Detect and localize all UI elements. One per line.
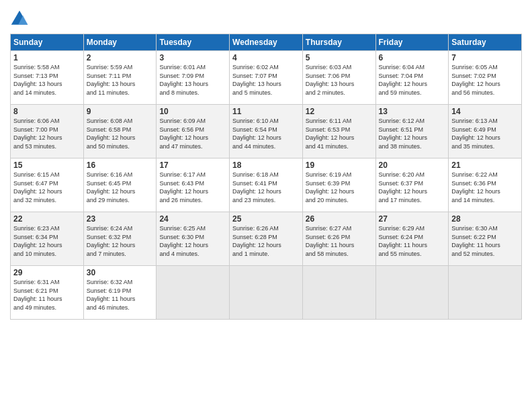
day-info: Sunrise: 6:06 AM Sunset: 7:00 PM Dayligh… [13, 117, 81, 150]
day-cell [375, 266, 449, 320]
day-cell: 6Sunrise: 6:04 AM Sunset: 7:04 PM Daylig… [375, 51, 449, 105]
day-cell: 11Sunrise: 6:10 AM Sunset: 6:54 PM Dayli… [230, 105, 303, 158]
day-info: Sunrise: 6:18 AM Sunset: 6:41 PM Dayligh… [232, 171, 300, 204]
day-number: 17 [159, 161, 226, 170]
day-number: 3 [159, 53, 226, 62]
header-cell-thursday: Thursday [302, 34, 375, 51]
day-info: Sunrise: 6:02 AM Sunset: 7:07 PM Dayligh… [232, 63, 300, 97]
day-info: Sunrise: 6:04 AM Sunset: 7:04 PM Dayligh… [379, 63, 446, 97]
day-number: 28 [451, 214, 519, 224]
day-info: Sunrise: 6:01 AM Sunset: 7:09 PM Dayligh… [159, 63, 226, 97]
day-cell: 2Sunrise: 5:59 AM Sunset: 7:11 PM Daylig… [83, 51, 157, 105]
day-info: Sunrise: 6:31 AM Sunset: 6:21 PM Dayligh… [13, 278, 81, 312]
day-number: 2 [87, 53, 154, 62]
day-cell: 23Sunrise: 6:24 AM Sunset: 6:32 PM Dayli… [83, 212, 157, 266]
day-cell: 4Sunrise: 6:02 AM Sunset: 7:07 PM Daylig… [230, 51, 303, 105]
header-cell-sunday: Sunday [11, 34, 84, 51]
day-cell: 9Sunrise: 6:08 AM Sunset: 6:58 PM Daylig… [83, 105, 157, 158]
day-number: 5 [306, 53, 373, 62]
day-cell: 22Sunrise: 6:23 AM Sunset: 6:34 PM Dayli… [11, 212, 84, 266]
day-number: 4 [232, 53, 300, 62]
day-info: Sunrise: 6:03 AM Sunset: 7:06 PM Dayligh… [306, 63, 373, 97]
day-number: 27 [379, 214, 446, 224]
day-cell: 1Sunrise: 5:58 AM Sunset: 7:13 PM Daylig… [11, 51, 84, 105]
page: SundayMondayTuesdayWednesdayThursdayFrid… [0, 0, 532, 411]
day-info: Sunrise: 5:59 AM Sunset: 7:11 PM Dayligh… [87, 63, 154, 97]
day-info: Sunrise: 6:24 AM Sunset: 6:32 PM Dayligh… [87, 224, 154, 258]
day-cell [302, 266, 375, 320]
day-info: Sunrise: 6:13 AM Sunset: 6:49 PM Dayligh… [451, 117, 519, 150]
calendar-table: SundayMondayTuesdayWednesdayThursdayFrid… [10, 34, 522, 320]
day-info: Sunrise: 5:58 AM Sunset: 7:13 PM Dayligh… [13, 63, 81, 97]
day-cell: 13Sunrise: 6:12 AM Sunset: 6:51 PM Dayli… [375, 105, 449, 158]
day-number: 20 [379, 161, 446, 170]
week-row-5: 29Sunrise: 6:31 AM Sunset: 6:21 PM Dayli… [11, 266, 522, 320]
day-cell: 26Sunrise: 6:27 AM Sunset: 6:26 PM Dayli… [302, 212, 375, 266]
week-row-3: 15Sunrise: 6:15 AM Sunset: 6:47 PM Dayli… [11, 158, 522, 212]
day-cell [230, 266, 303, 320]
day-info: Sunrise: 6:12 AM Sunset: 6:51 PM Dayligh… [379, 117, 446, 150]
day-number: 9 [87, 107, 154, 116]
day-info: Sunrise: 6:22 AM Sunset: 6:36 PM Dayligh… [451, 171, 519, 204]
day-info: Sunrise: 6:23 AM Sunset: 6:34 PM Dayligh… [13, 224, 81, 258]
day-number: 30 [87, 268, 154, 277]
day-number: 26 [306, 214, 373, 224]
day-info: Sunrise: 6:26 AM Sunset: 6:28 PM Dayligh… [232, 224, 300, 258]
day-number: 18 [232, 161, 300, 170]
day-cell: 18Sunrise: 6:18 AM Sunset: 6:41 PM Dayli… [230, 158, 303, 212]
logo-icon [10, 9, 29, 28]
day-number: 19 [306, 161, 373, 170]
day-cell [449, 266, 522, 320]
day-number: 25 [232, 214, 300, 224]
day-number: 14 [451, 107, 519, 116]
day-number: 29 [13, 268, 81, 277]
day-cell: 16Sunrise: 6:16 AM Sunset: 6:45 PM Dayli… [83, 158, 157, 212]
day-cell: 27Sunrise: 6:29 AM Sunset: 6:24 PM Dayli… [375, 212, 449, 266]
header-cell-monday: Monday [83, 34, 157, 51]
day-cell: 5Sunrise: 6:03 AM Sunset: 7:06 PM Daylig… [302, 51, 375, 105]
header-cell-tuesday: Tuesday [157, 34, 230, 51]
header-row: SundayMondayTuesdayWednesdayThursdayFrid… [11, 34, 522, 51]
header-cell-friday: Friday [375, 34, 449, 51]
day-number: 7 [451, 53, 519, 62]
day-info: Sunrise: 6:09 AM Sunset: 6:56 PM Dayligh… [159, 117, 226, 150]
day-info: Sunrise: 6:20 AM Sunset: 6:37 PM Dayligh… [379, 171, 446, 204]
day-info: Sunrise: 6:16 AM Sunset: 6:45 PM Dayligh… [87, 171, 154, 204]
day-number: 11 [232, 107, 300, 116]
week-row-4: 22Sunrise: 6:23 AM Sunset: 6:34 PM Dayli… [11, 212, 522, 266]
day-cell: 28Sunrise: 6:30 AM Sunset: 6:22 PM Dayli… [449, 212, 522, 266]
day-cell: 12Sunrise: 6:11 AM Sunset: 6:53 PM Dayli… [302, 105, 375, 158]
day-info: Sunrise: 6:17 AM Sunset: 6:43 PM Dayligh… [159, 171, 226, 204]
day-cell [157, 266, 230, 320]
week-row-1: 1Sunrise: 5:58 AM Sunset: 7:13 PM Daylig… [11, 51, 522, 105]
day-number: 6 [379, 53, 446, 62]
day-number: 21 [451, 161, 519, 170]
day-cell: 3Sunrise: 6:01 AM Sunset: 7:09 PM Daylig… [157, 51, 230, 105]
day-cell: 8Sunrise: 6:06 AM Sunset: 7:00 PM Daylig… [11, 105, 84, 158]
day-number: 8 [13, 107, 81, 116]
day-info: Sunrise: 6:08 AM Sunset: 6:58 PM Dayligh… [87, 117, 154, 150]
day-info: Sunrise: 6:29 AM Sunset: 6:24 PM Dayligh… [379, 224, 446, 258]
day-number: 10 [159, 107, 226, 116]
day-number: 12 [306, 107, 373, 116]
header [10, 7, 522, 28]
day-number: 16 [87, 161, 154, 170]
day-cell: 30Sunrise: 6:32 AM Sunset: 6:19 PM Dayli… [83, 266, 157, 320]
day-cell: 21Sunrise: 6:22 AM Sunset: 6:36 PM Dayli… [449, 158, 522, 212]
header-cell-saturday: Saturday [449, 34, 522, 51]
day-info: Sunrise: 6:30 AM Sunset: 6:22 PM Dayligh… [451, 224, 519, 258]
day-info: Sunrise: 6:11 AM Sunset: 6:53 PM Dayligh… [306, 117, 373, 150]
week-row-2: 8Sunrise: 6:06 AM Sunset: 7:00 PM Daylig… [11, 105, 522, 158]
day-number: 13 [379, 107, 446, 116]
day-cell: 15Sunrise: 6:15 AM Sunset: 6:47 PM Dayli… [11, 158, 84, 212]
day-info: Sunrise: 6:27 AM Sunset: 6:26 PM Dayligh… [306, 224, 373, 258]
day-info: Sunrise: 6:19 AM Sunset: 6:39 PM Dayligh… [306, 171, 373, 204]
day-number: 23 [87, 214, 154, 224]
day-info: Sunrise: 6:32 AM Sunset: 6:19 PM Dayligh… [87, 278, 154, 312]
day-number: 15 [13, 161, 81, 170]
day-cell: 14Sunrise: 6:13 AM Sunset: 6:49 PM Dayli… [449, 105, 522, 158]
day-cell: 24Sunrise: 6:25 AM Sunset: 6:30 PM Dayli… [157, 212, 230, 266]
day-cell: 19Sunrise: 6:19 AM Sunset: 6:39 PM Dayli… [302, 158, 375, 212]
day-cell: 20Sunrise: 6:20 AM Sunset: 6:37 PM Dayli… [375, 158, 449, 212]
day-number: 24 [159, 214, 226, 224]
